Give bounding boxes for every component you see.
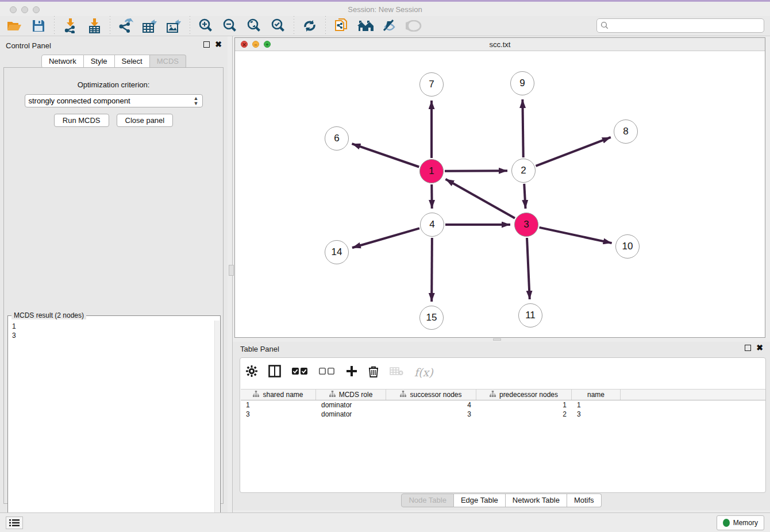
graph-node-10[interactable]: 10 (615, 234, 640, 259)
tab-mcds[interactable]: MCDS (150, 55, 186, 68)
table-cell[interactable]: 1 (241, 400, 316, 410)
close-table-panel-icon[interactable]: ✖ (756, 345, 763, 351)
table-row[interactable]: 3dominator323 (241, 410, 765, 419)
column-settings-gear-icon[interactable] (246, 365, 257, 379)
close-panel-button[interactable]: Close panel (117, 114, 174, 127)
table-cell[interactable]: 3 (241, 410, 316, 419)
edge-4-15[interactable] (432, 238, 432, 302)
show-all-icon[interactable] (404, 17, 424, 34)
memory-button[interactable]: Memory (717, 515, 764, 530)
table-cell[interactable]: dominator (316, 400, 386, 410)
float-panel-icon[interactable] (203, 41, 210, 48)
tab-network[interactable]: Network (41, 55, 84, 68)
edge-1-6[interactable] (352, 144, 419, 167)
edge-2-9[interactable] (522, 99, 523, 157)
export-table-icon[interactable] (140, 17, 160, 34)
zoom-out-icon[interactable] (220, 17, 240, 34)
column-header-successor-nodes[interactable]: successor nodes (386, 390, 476, 400)
table-cell[interactable]: 1 (572, 400, 621, 410)
table-panel-body: f(x) shared nameMCDS rolesuccessor nodes… (240, 357, 766, 493)
tab-node-table[interactable]: Node Table (401, 494, 454, 507)
control-panel-title: Control Panel (6, 41, 51, 50)
float-table-panel-icon[interactable] (745, 345, 751, 351)
edge-2-8[interactable] (536, 137, 610, 166)
panel-splitter-handle[interactable] (229, 265, 234, 276)
tab-edge-table[interactable]: Edge Table (454, 494, 506, 507)
column-header-name[interactable]: name (572, 390, 621, 400)
zoom-fit-icon[interactable] (244, 17, 264, 34)
network-window-titlebar[interactable]: ✕ − + scc.txt (235, 38, 765, 51)
optimization-criterion-select[interactable]: strongly connected component ▲▼ (25, 94, 203, 107)
search-field[interactable] (596, 18, 764, 33)
graph-node-14[interactable]: 14 (325, 240, 349, 264)
delete-column-trash-icon[interactable] (368, 365, 379, 380)
table-row[interactable]: 1dominator411 (241, 400, 765, 410)
graph-node-4[interactable]: 4 (420, 213, 444, 237)
zoom-in-icon[interactable] (196, 17, 215, 34)
table-cell[interactable]: 3 (572, 410, 621, 419)
status-bar: Memory (0, 512, 770, 532)
network-canvas[interactable]: 1234678910111415 (235, 51, 765, 337)
graph-node-11[interactable]: 11 (518, 303, 542, 327)
search-input[interactable] (609, 22, 760, 30)
add-column-plus-icon[interactable] (346, 365, 357, 379)
mcds-result-value: 3 (12, 331, 214, 340)
first-neighbors-icon[interactable] (356, 17, 375, 34)
node-table: shared nameMCDS rolesuccessor nodesprede… (241, 389, 765, 419)
edge-4-14[interactable] (352, 228, 419, 248)
export-image-icon[interactable] (164, 17, 184, 34)
tab-network-table[interactable]: Network Table (506, 494, 567, 507)
mcds-result-list[interactable]: 13 (9, 321, 214, 530)
table-splitter-handle[interactable] (493, 338, 501, 341)
mcds-result-title: MCDS result (2 nodes) (11, 311, 86, 319)
column-type-icon (253, 391, 259, 399)
column-header-shared-name[interactable]: shared name (241, 390, 316, 400)
zoom-selected-icon[interactable] (268, 17, 288, 34)
edge-1-2[interactable] (445, 171, 507, 171)
split-panel-icon[interactable] (268, 365, 281, 380)
edge-2-3[interactable] (524, 184, 525, 209)
table-cell[interactable]: dominator (316, 410, 386, 419)
graph-node-8[interactable]: 8 (614, 119, 638, 144)
column-header-predecessor-nodes[interactable]: predecessor nodes (476, 390, 572, 400)
graph-node-15[interactable]: 15 (419, 306, 444, 330)
toolbar-separator (54, 16, 55, 36)
mcds-result-groupbox: MCDS result (2 nodes) 13 (7, 315, 221, 531)
graph-node-9[interactable]: 9 (510, 71, 534, 95)
import-network-icon[interactable] (60, 17, 80, 34)
task-history-button[interactable] (6, 516, 23, 529)
edge-3-11[interactable] (527, 238, 530, 299)
hide-selected-icon[interactable] (380, 17, 399, 34)
mcds-result-scrollbar[interactable] (214, 321, 220, 530)
mcds-tab-content: Optimization criterion: strongly connect… (3, 67, 224, 504)
duplicate-network-icon[interactable] (332, 17, 351, 34)
tab-motifs[interactable]: Motifs (567, 494, 602, 507)
close-panel-icon[interactable]: ✖ (215, 41, 222, 48)
table-cell[interactable]: 1 (476, 400, 572, 410)
graph-node-2[interactable]: 2 (511, 159, 536, 183)
select-chevrons-icon: ▲▼ (194, 96, 199, 106)
column-header-MCDS-role[interactable]: MCDS role (316, 390, 386, 400)
graph-node-7[interactable]: 7 (419, 72, 444, 97)
deselect-all-checkboxes-icon[interactable] (319, 367, 335, 377)
graph-node-6[interactable]: 6 (325, 126, 349, 151)
import-table-icon[interactable] (84, 17, 104, 34)
table-cell[interactable]: 4 (386, 400, 476, 410)
table-cell[interactable]: 3 (386, 410, 476, 419)
table-cell[interactable]: 2 (476, 410, 572, 419)
graph-node-3[interactable]: 3 (514, 213, 538, 237)
open-folder-icon[interactable] (5, 17, 24, 34)
refresh-layout-icon[interactable] (300, 17, 319, 34)
edge-3-1[interactable] (445, 179, 515, 218)
table-panel-title: Table Panel (240, 345, 279, 353)
task-list-icon (9, 519, 20, 527)
export-network-icon[interactable] (116, 17, 136, 34)
run-mcds-button[interactable]: Run MCDS (54, 114, 109, 127)
tab-style[interactable]: Style (84, 55, 115, 68)
tab-select[interactable]: Select (115, 55, 150, 68)
graph-node-1[interactable]: 1 (419, 159, 444, 183)
column-header-label: shared name (263, 391, 303, 399)
save-icon[interactable] (29, 17, 48, 34)
edge-3-10[interactable] (539, 228, 611, 243)
select-all-checkboxes-icon[interactable] (292, 367, 308, 377)
